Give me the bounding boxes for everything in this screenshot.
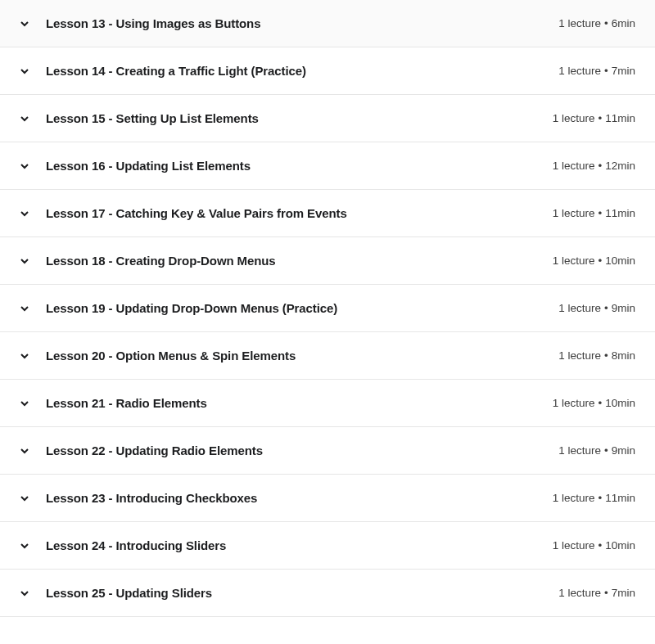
chevron-down-icon	[20, 66, 29, 76]
lesson-title: Lesson 15 - Setting Up List Elements	[46, 111, 540, 125]
lesson-lecture-count: 1 lecture	[558, 349, 601, 362]
lesson-lecture-count: 1 lecture	[553, 397, 595, 409]
lesson-duration: 10min	[605, 397, 635, 409]
chevron-down-icon	[20, 446, 29, 456]
lesson-duration: 10min	[605, 254, 635, 267]
lesson-duration: 12min	[605, 160, 635, 172]
lesson-meta: 1 lecture•7min	[558, 65, 635, 77]
lesson-row[interactable]: Lesson 23 - Introducing Checkboxes1 lect…	[0, 475, 655, 522]
lesson-title: Lesson 23 - Introducing Checkboxes	[46, 491, 540, 505]
lesson-title: Lesson 18 - Creating Drop-Down Menus	[46, 254, 540, 268]
lesson-title: Lesson 25 - Updating Sliders	[46, 586, 545, 600]
lesson-lecture-count: 1 lecture	[558, 302, 601, 314]
lesson-meta: 1 lecture•10min	[553, 254, 635, 267]
separator-dot: •	[604, 302, 608, 314]
lesson-meta: 1 lecture•10min	[553, 539, 635, 552]
lesson-title: Lesson 17 - Catching Key & Value Pairs f…	[46, 206, 540, 220]
lesson-list: Lesson 13 - Using Images as Buttons1 lec…	[0, 0, 655, 617]
lesson-row[interactable]: Lesson 20 - Option Menus & Spin Elements…	[0, 332, 655, 380]
lesson-lecture-count: 1 lecture	[558, 444, 601, 457]
chevron-down-icon	[20, 399, 29, 408]
lesson-row[interactable]: Lesson 22 - Updating Radio Elements1 lec…	[0, 427, 655, 475]
separator-dot: •	[598, 160, 602, 172]
lesson-meta: 1 lecture•12min	[553, 160, 635, 172]
lesson-lecture-count: 1 lecture	[558, 17, 601, 29]
lesson-meta: 1 lecture•11min	[553, 207, 635, 219]
lesson-title: Lesson 16 - Updating List Elements	[46, 159, 540, 173]
chevron-down-icon	[20, 209, 29, 218]
separator-dot: •	[604, 65, 608, 77]
chevron-down-icon	[20, 114, 29, 124]
chevron-down-icon	[20, 493, 29, 503]
separator-dot: •	[598, 112, 602, 124]
lesson-title: Lesson 19 - Updating Drop-Down Menus (Pr…	[46, 301, 545, 315]
lesson-lecture-count: 1 lecture	[553, 254, 595, 267]
lesson-duration: 11min	[605, 207, 635, 219]
lesson-row[interactable]: Lesson 13 - Using Images as Buttons1 lec…	[0, 0, 655, 47]
lesson-meta: 1 lecture•10min	[553, 397, 635, 409]
lesson-title: Lesson 22 - Updating Radio Elements	[46, 444, 545, 457]
chevron-down-icon	[20, 541, 29, 551]
separator-dot: •	[598, 254, 602, 267]
lesson-meta: 1 lecture•11min	[553, 112, 635, 124]
chevron-down-icon	[20, 304, 29, 313]
lesson-lecture-count: 1 lecture	[553, 207, 595, 219]
lesson-meta: 1 lecture•7min	[558, 587, 635, 599]
separator-dot: •	[604, 587, 608, 599]
lesson-meta: 1 lecture•6min	[558, 17, 635, 29]
lesson-title: Lesson 20 - Option Menus & Spin Elements	[46, 349, 545, 363]
lesson-meta: 1 lecture•9min	[558, 444, 635, 457]
lesson-title: Lesson 24 - Introducing Sliders	[46, 538, 540, 552]
lesson-row[interactable]: Lesson 15 - Setting Up List Elements1 le…	[0, 95, 655, 142]
separator-dot: •	[598, 539, 602, 552]
lesson-row[interactable]: Lesson 21 - Radio Elements1 lecture•10mi…	[0, 380, 655, 427]
lesson-duration: 9min	[612, 302, 635, 314]
chevron-down-icon	[20, 256, 29, 266]
lesson-duration: 10min	[605, 539, 635, 552]
lesson-lecture-count: 1 lecture	[558, 587, 601, 599]
separator-dot: •	[604, 17, 608, 29]
lesson-duration: 9min	[612, 444, 635, 457]
separator-dot: •	[598, 207, 602, 219]
lesson-duration: 11min	[605, 112, 635, 124]
chevron-down-icon	[20, 588, 29, 598]
lesson-lecture-count: 1 lecture	[553, 492, 595, 504]
lesson-duration: 11min	[605, 492, 635, 504]
lesson-row[interactable]: Lesson 18 - Creating Drop-Down Menus1 le…	[0, 237, 655, 285]
separator-dot: •	[598, 397, 602, 409]
lesson-lecture-count: 1 lecture	[553, 539, 595, 552]
lesson-meta: 1 lecture•8min	[558, 349, 635, 362]
separator-dot: •	[604, 444, 608, 457]
lesson-lecture-count: 1 lecture	[553, 160, 595, 172]
lesson-meta: 1 lecture•11min	[553, 492, 635, 504]
lesson-row[interactable]: Lesson 17 - Catching Key & Value Pairs f…	[0, 190, 655, 237]
separator-dot: •	[598, 492, 602, 504]
lesson-row[interactable]: Lesson 25 - Updating Sliders1 lecture•7m…	[0, 570, 655, 617]
lesson-title: Lesson 21 - Radio Elements	[46, 396, 540, 410]
lesson-row[interactable]: Lesson 24 - Introducing Sliders1 lecture…	[0, 522, 655, 570]
lesson-meta: 1 lecture•9min	[558, 302, 635, 314]
lesson-duration: 7min	[612, 65, 635, 77]
lesson-duration: 8min	[612, 349, 635, 362]
lesson-title: Lesson 14 - Creating a Traffic Light (Pr…	[46, 64, 545, 78]
lesson-duration: 6min	[612, 17, 635, 29]
chevron-down-icon	[20, 19, 29, 29]
lesson-row[interactable]: Lesson 14 - Creating a Traffic Light (Pr…	[0, 47, 655, 95]
lesson-lecture-count: 1 lecture	[558, 65, 601, 77]
lesson-lecture-count: 1 lecture	[553, 112, 595, 124]
separator-dot: •	[604, 349, 608, 362]
lesson-duration: 7min	[612, 587, 635, 599]
lesson-row[interactable]: Lesson 16 - Updating List Elements1 lect…	[0, 142, 655, 190]
lesson-title: Lesson 13 - Using Images as Buttons	[46, 16, 545, 30]
lesson-row[interactable]: Lesson 19 - Updating Drop-Down Menus (Pr…	[0, 285, 655, 332]
chevron-down-icon	[20, 161, 29, 171]
chevron-down-icon	[20, 351, 29, 361]
